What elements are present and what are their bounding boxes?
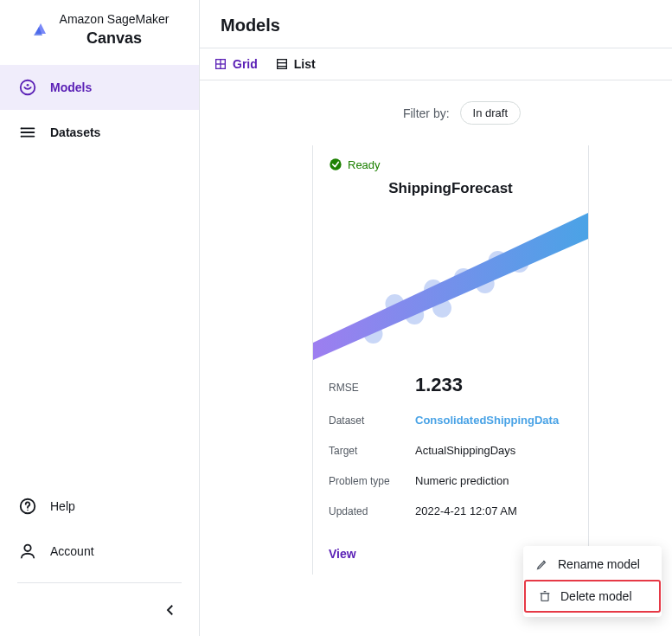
sidebar-item-account[interactable]: Account: [0, 529, 199, 574]
svg-point-5: [21, 128, 22, 130]
metric-updated: Updated 2022-4-21 12:07 AM: [329, 496, 573, 526]
metric-label: Problem type: [329, 475, 415, 487]
view-toggle-grid[interactable]: Grid: [214, 57, 258, 71]
dataset-link[interactable]: ConsolidatedShippingData: [415, 414, 559, 427]
view-toggle-label: Grid: [233, 57, 258, 71]
sidebar-item-help[interactable]: Help: [0, 484, 199, 529]
brand-product: Canvas: [60, 29, 170, 48]
bottom-nav: Help Account: [0, 484, 199, 636]
main-nav: Models Datasets: [0, 65, 199, 155]
metric-value: 2022-4-21 12:07 AM: [415, 504, 517, 517]
svg-point-0: [21, 80, 35, 95]
context-menu: Rename model Delete model: [523, 546, 662, 617]
metric-dataset: Dataset ConsolidatedShippingData: [329, 405, 573, 435]
svg-marker-29: [313, 213, 588, 360]
filter-row: Filter by: In draft: [286, 101, 637, 125]
brand-title: Amazon SageMaker: [60, 12, 170, 26]
content-area: Filter by: In draft Ready ShippingForeca…: [200, 80, 672, 636]
svg-point-1: [27, 84, 29, 87]
collapse-sidebar-button[interactable]: [163, 602, 178, 620]
page-title: Models: [221, 16, 651, 35]
svg-point-10: [24, 545, 30, 551]
sidebar-item-label: Account: [50, 544, 94, 558]
metric-rmse: RMSE 1.233: [329, 365, 573, 405]
status-text: Ready: [348, 158, 381, 171]
svg-point-17: [330, 158, 341, 170]
metric-problem-type: Problem type Numeric prediction: [329, 466, 573, 496]
svg-rect-30: [541, 594, 548, 601]
filter-chip-draft[interactable]: In draft: [460, 101, 521, 125]
datasets-icon: [17, 122, 38, 143]
model-card[interactable]: Ready ShippingForecast: [312, 145, 589, 575]
sidebar: Amazon SageMaker Canvas Models: [0, 0, 199, 636]
menu-rename-model[interactable]: Rename model: [523, 549, 662, 579]
sagemaker-logo-icon: [30, 20, 51, 41]
model-name: ShippingForecast: [329, 180, 573, 197]
pencil-icon: [535, 557, 549, 571]
view-model-link[interactable]: View: [329, 547, 356, 561]
metric-value: 1.233: [415, 374, 463, 396]
trash-icon: [538, 589, 552, 603]
sidebar-item-label: Help: [50, 499, 75, 513]
divider: [17, 582, 182, 583]
menu-item-label: Delete model: [560, 589, 632, 603]
metric-value: ActualShippingDays: [415, 444, 515, 457]
metric-label: Target: [329, 445, 415, 457]
filter-label: Filter by:: [403, 106, 450, 120]
sidebar-item-label: Datasets: [50, 125, 100, 139]
svg-rect-14: [277, 60, 286, 69]
help-icon: [17, 496, 38, 517]
menu-item-label: Rename model: [558, 557, 640, 571]
view-toggle-list[interactable]: List: [275, 57, 316, 71]
models-icon: [17, 77, 38, 98]
sidebar-item-datasets[interactable]: Datasets: [0, 110, 199, 155]
status-badge: Ready: [329, 157, 573, 171]
svg-point-6: [21, 132, 22, 133]
metric-target: Target ActualShippingDays: [329, 435, 573, 466]
metric-label: Updated: [329, 505, 415, 517]
view-toolbar: Grid List: [200, 48, 672, 80]
metric-label: Dataset: [329, 414, 415, 427]
menu-delete-model[interactable]: Delete model: [524, 580, 661, 613]
list-icon: [275, 57, 289, 71]
sidebar-item-models[interactable]: Models: [0, 65, 199, 110]
grid-icon: [214, 57, 227, 71]
svg-point-7: [21, 136, 22, 138]
account-icon: [17, 541, 38, 562]
model-chart: [313, 213, 588, 360]
main-area: Models Grid List Filter by: In draft: [199, 0, 672, 636]
view-toggle-label: List: [294, 57, 316, 71]
metric-label: RMSE: [329, 382, 415, 394]
header: Models: [200, 0, 672, 48]
chevron-left-icon: [163, 602, 178, 618]
svg-point-9: [27, 510, 28, 511]
brand-block: Amazon SageMaker Canvas: [0, 0, 199, 56]
sidebar-item-label: Models: [50, 80, 92, 94]
metric-value: Numeric prediction: [415, 474, 509, 487]
check-circle-icon: [329, 157, 342, 171]
